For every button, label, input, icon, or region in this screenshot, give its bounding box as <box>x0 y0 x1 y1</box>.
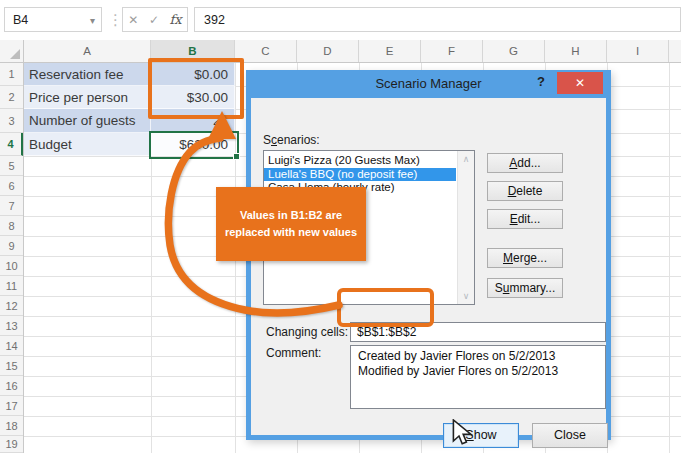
changing-cells-label: Changing cells: <box>266 325 348 339</box>
comment-label: Comment: <box>266 346 321 360</box>
edit-button[interactable]: Edit... <box>487 209 563 229</box>
row-header-11[interactable]: 11 <box>0 276 23 296</box>
comment-line-2: Modified by Javier Flores on 5/2/2013 <box>358 364 598 379</box>
highlight-box-changing-cells <box>337 288 434 327</box>
row-header-10[interactable]: 10 <box>0 256 23 276</box>
callout-values-replaced: Values in B1:B2 are replaced with new va… <box>216 187 366 261</box>
formula-input[interactable]: 392 <box>194 7 681 32</box>
insert-function-icon[interactable]: fx <box>170 12 182 27</box>
row-header-14[interactable]: 14 <box>0 336 23 356</box>
scroll-up-icon[interactable]: ∧ <box>458 154 474 164</box>
scroll-down-icon[interactable]: ∨ <box>458 291 474 301</box>
row-header-5[interactable]: 5 <box>0 156 23 176</box>
row-header-3[interactable]: 3 <box>0 109 23 133</box>
gridline-v <box>669 63 670 453</box>
select-all-corner[interactable] <box>0 40 24 62</box>
column-header-a[interactable]: A <box>24 40 151 62</box>
scenario-item-luigis-pizza[interactable]: Luigi's Pizza (20 Guests Max) <box>264 154 456 168</box>
row-header-13[interactable]: 13 <box>0 316 23 336</box>
column-header-i[interactable]: I <box>607 40 669 62</box>
row-header-7[interactable]: 7 <box>0 196 23 216</box>
row-headers: 1 2 3 4 5 6 7 8 9 10 11 12 13 14 15 16 1… <box>0 63 24 453</box>
comment-line-1: Created by Javier Flores on 5/2/2013 <box>358 349 598 364</box>
cell-a2[interactable]: Price per person <box>24 86 151 109</box>
merge-button[interactable]: Merge... <box>487 248 563 268</box>
comment-box: Created by Javier Flores on 5/2/2013 Mod… <box>350 345 606 409</box>
show-button[interactable]: Show <box>443 423 519 448</box>
scenario-item-luellas-bbq-selected[interactable]: Luella's BBQ (no deposit fee) <box>264 168 456 182</box>
name-box-dropdown-icon[interactable]: ▾ <box>90 8 95 33</box>
fill-handle[interactable] <box>233 153 240 160</box>
cell-a3[interactable]: Number of guests <box>24 109 151 133</box>
row-header-6[interactable]: 6 <box>0 176 23 196</box>
close-button[interactable]: Close <box>532 423 608 448</box>
summary-button[interactable]: Summary... <box>487 278 563 298</box>
column-header-e[interactable]: E <box>359 40 421 62</box>
formula-bar: B4 ▾ ⋮ ✕ ✓ fx 392 <box>0 0 681 41</box>
cancel-icon[interactable]: ✕ <box>128 13 138 27</box>
name-box-value: B4 <box>13 13 28 27</box>
row-header-15[interactable]: 15 <box>0 356 23 376</box>
formula-value: 392 <box>204 13 225 27</box>
list-scrollbar[interactable]: ∧ ∨ <box>457 151 474 304</box>
enter-icon[interactable]: ✓ <box>149 13 159 27</box>
column-header-d[interactable]: D <box>297 40 359 62</box>
formula-bar-separator-icon: ⋮ <box>108 8 123 32</box>
column-header-f[interactable]: F <box>421 40 483 62</box>
delete-button[interactable]: Delete <box>487 181 563 201</box>
help-icon[interactable]: ? <box>533 74 549 89</box>
column-header-h[interactable]: H <box>545 40 607 62</box>
excel-window: B4 ▾ ⋮ ✕ ✓ fx 392 A B C D E F G H I 1 2 … <box>0 0 681 453</box>
row-header-1[interactable]: 1 <box>0 63 23 86</box>
active-cell-selection-border <box>149 131 239 159</box>
row-header-19[interactable]: 19 <box>0 436 23 453</box>
cell-a1[interactable]: Reservation fee <box>24 63 151 86</box>
highlight-box-b1-b2 <box>148 58 244 119</box>
column-headers: A B C D E F G H I <box>0 40 681 63</box>
row-header-12[interactable]: 12 <box>0 296 23 316</box>
callout-line-1: Values in B1:B2 are <box>216 207 366 224</box>
column-header-g[interactable]: G <box>483 40 545 62</box>
row-header-17[interactable]: 17 <box>0 396 23 416</box>
scenarios-label: Scenarios: <box>263 133 320 147</box>
row-header-16[interactable]: 16 <box>0 376 23 396</box>
row-header-4[interactable]: 4 <box>0 133 23 156</box>
dialog-body: Scenarios: Luigi's Pizza (20 Guests Max)… <box>251 98 606 435</box>
formula-buttons: ✕ ✓ fx <box>122 7 188 32</box>
row-header-9[interactable]: 9 <box>0 236 23 256</box>
cell-a4[interactable]: Budget <box>24 133 151 156</box>
column-header-c[interactable]: C <box>235 40 297 62</box>
row-header-8[interactable]: 8 <box>0 216 23 236</box>
close-icon[interactable]: ✕ <box>557 72 603 94</box>
row-header-2[interactable]: 2 <box>0 86 23 109</box>
name-box[interactable]: B4 ▾ <box>4 7 102 32</box>
callout-line-2: replaced with new values <box>216 224 366 241</box>
add-button[interactable]: Add... <box>487 153 563 173</box>
row-header-18[interactable]: 18 <box>0 416 23 436</box>
select-all-triangle-icon <box>10 49 20 59</box>
